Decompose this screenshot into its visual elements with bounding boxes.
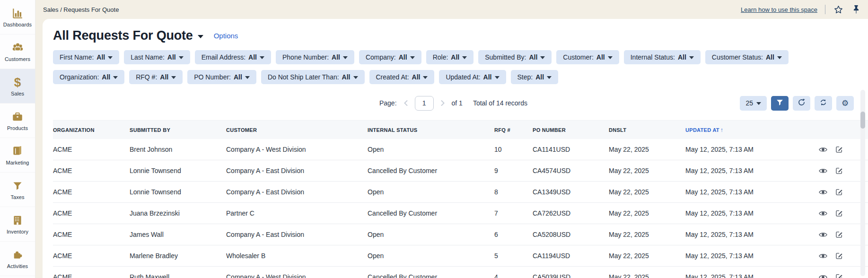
- filter-chip[interactable]: Organization: All: [53, 70, 124, 84]
- sidebar-item-customers[interactable]: Customers: [0, 35, 35, 69]
- filter-chip[interactable]: Email Address: All: [195, 50, 271, 64]
- filter-toggle-button[interactable]: [771, 96, 789, 111]
- chevron-down-icon[interactable]: [198, 35, 203, 38]
- edit-icon[interactable]: [835, 231, 843, 238]
- row-actions: [797, 209, 868, 217]
- filter-chip[interactable]: PO Number: All: [187, 70, 256, 84]
- table-row[interactable]: ACME Brent Johnson Company A - West Divi…: [53, 139, 868, 160]
- sidebar-item-activities[interactable]: Activities: [0, 242, 35, 276]
- view-eye-icon[interactable]: [819, 209, 827, 217]
- cell-submitted-by: Marlene Bradley: [130, 252, 226, 260]
- table-row[interactable]: ACME Lonnie Townsend Company A - East Di…: [53, 160, 868, 182]
- refresh-icon: [798, 98, 806, 108]
- cell-customer: Wholesaler B: [226, 252, 368, 260]
- view-eye-icon[interactable]: [819, 146, 827, 153]
- sidebar-item-more[interactable]: [0, 276, 35, 278]
- edit-icon[interactable]: [835, 209, 843, 217]
- help-link[interactable]: Learn how to use this space: [741, 6, 817, 13]
- filter-chip-value: All: [678, 53, 686, 61]
- filter-chip[interactable]: Last Name: All: [124, 50, 190, 64]
- view-eye-icon[interactable]: [819, 231, 827, 238]
- filter-chip[interactable]: Customer Status: All: [705, 50, 789, 64]
- filter-chip[interactable]: First Name: All: [53, 50, 119, 64]
- row-actions: [797, 231, 868, 238]
- cell-organization: ACME: [53, 252, 130, 260]
- edit-icon[interactable]: [835, 188, 843, 196]
- filter-chip[interactable]: Created At: All: [369, 70, 435, 84]
- view-eye-icon[interactable]: [819, 167, 827, 174]
- filter-chip[interactable]: Step: All: [511, 70, 559, 84]
- filter-chip-value: All: [102, 73, 110, 81]
- filter-chip[interactable]: Internal Status: All: [624, 50, 701, 64]
- column-header-label: RFQ #: [494, 127, 510, 133]
- settings-button[interactable]: ⚙: [836, 96, 854, 111]
- sidebar-item-label: Inventory: [7, 229, 28, 235]
- filter-chip[interactable]: Do Not Ship Later Than: All: [261, 70, 365, 84]
- column-header[interactable]: SUBMITTED BY: [130, 127, 226, 133]
- pin-icon[interactable]: [851, 4, 861, 15]
- column-header[interactable]: UPDATED AT↑: [685, 127, 797, 133]
- table-row[interactable]: ACME Ruth Maxwell Company A - West Divis…: [53, 267, 868, 278]
- cell-internal-status: Cancelled By Customer: [368, 273, 494, 278]
- briefcase-icon: [11, 110, 24, 123]
- edit-icon[interactable]: [835, 146, 843, 153]
- chevron-down-icon: [113, 76, 118, 79]
- column-header[interactable]: PO NUMBER: [533, 127, 609, 133]
- column-header[interactable]: ORGANIZATION: [53, 127, 130, 133]
- main-card: All Requests For Quote Options First Nam…: [43, 19, 868, 278]
- page-number-input[interactable]: [415, 96, 434, 111]
- filter-chip-label: Organization:: [60, 73, 99, 81]
- cell-rfq-number: 10: [494, 146, 533, 153]
- filter-chip[interactable]: RFQ #: All: [129, 70, 183, 84]
- filter-chip[interactable]: Role: All: [426, 50, 474, 64]
- page-size-select[interactable]: 25: [740, 96, 767, 111]
- column-header[interactable]: CUSTOMER: [226, 127, 368, 133]
- sidebar-item-marketing[interactable]: Marketing: [0, 138, 35, 173]
- filter-chip[interactable]: Phone Number: All: [276, 50, 354, 64]
- filter-chip[interactable]: Customer: All: [556, 50, 619, 64]
- sidebar-item-inventory[interactable]: Inventory: [0, 207, 35, 242]
- cell-updated-at: May 12, 2025, 7:13 AM: [685, 167, 797, 174]
- sync-button[interactable]: [815, 96, 832, 111]
- sidebar-item-taxes[interactable]: Taxes: [0, 173, 35, 207]
- sidebar-item-sales[interactable]: $ Sales: [0, 69, 35, 104]
- edit-icon[interactable]: [835, 167, 843, 174]
- chevron-right-icon[interactable]: [438, 99, 447, 107]
- sidebar-item-products[interactable]: Products: [0, 104, 35, 138]
- options-link[interactable]: Options: [214, 32, 238, 40]
- sidebar-item-label: Dashboards: [3, 22, 32, 27]
- star-icon[interactable]: [833, 4, 843, 15]
- column-header[interactable]: INTERNAL STATUS: [368, 127, 494, 133]
- filter-chip[interactable]: Updated At: All: [439, 70, 506, 84]
- filter-chip[interactable]: Company: All: [359, 50, 421, 64]
- edit-icon[interactable]: [835, 273, 843, 278]
- sync-icon: [819, 98, 827, 108]
- scrollbar-thumb[interactable]: [860, 112, 865, 129]
- puzzle-icon: [11, 248, 24, 261]
- edit-icon[interactable]: [835, 252, 843, 260]
- table-row[interactable]: ACME Juana Brzezinski Partner C Cancelle…: [53, 203, 868, 224]
- cell-updated-at: May 12, 2025, 7:13 AM: [685, 209, 797, 217]
- view-eye-icon[interactable]: [819, 273, 827, 278]
- cell-organization: ACME: [53, 146, 130, 153]
- cell-customer: Company A - East Division: [226, 188, 368, 196]
- column-header[interactable]: DNSLT: [609, 127, 685, 133]
- column-header[interactable]: [797, 127, 868, 133]
- table-row[interactable]: ACME Lonnie Townsend Company A - East Di…: [53, 182, 868, 203]
- toolbar-controls: 25 ⚙: [527, 96, 854, 111]
- cell-rfq-number: 9: [494, 167, 533, 174]
- table-header: ORGANIZATION SUBMITTED BY CUSTOMER INTER…: [53, 120, 868, 139]
- column-header[interactable]: RFQ #: [494, 127, 533, 133]
- filter-chip[interactable]: Submitted By: All: [478, 50, 552, 64]
- view-eye-icon[interactable]: [819, 188, 827, 196]
- vertical-scrollbar[interactable]: [860, 90, 865, 276]
- chevron-left-icon[interactable]: [402, 99, 410, 107]
- refresh-button[interactable]: [793, 96, 810, 111]
- sidebar-item-dashboards[interactable]: Dashboards: [0, 0, 35, 35]
- table-row[interactable]: ACME Marlene Bradley Wholesaler B Open 5…: [53, 245, 868, 267]
- book-icon: [11, 145, 24, 157]
- cell-organization: ACME: [53, 231, 130, 238]
- filter-chip-label: Internal Status:: [631, 53, 675, 61]
- table-row[interactable]: ACME James Wall Company A - East Divisio…: [53, 224, 868, 245]
- view-eye-icon[interactable]: [819, 252, 827, 260]
